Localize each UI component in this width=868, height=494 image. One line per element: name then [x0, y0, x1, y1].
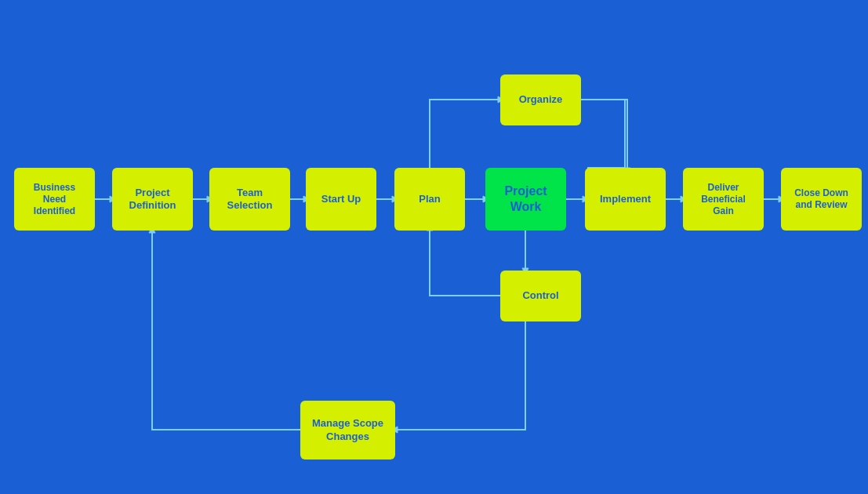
diagram: BusinessNeedIdentified ProjectDefinition…: [0, 0, 868, 494]
box-project-def: ProjectDefinition: [112, 168, 193, 231]
box-control: Control: [500, 271, 581, 321]
arrows-layer: [0, 0, 868, 494]
box-business-need: BusinessNeedIdentified: [14, 168, 95, 231]
box-deliver: DeliverBeneficialGain: [683, 168, 764, 231]
box-manage-scope: Manage ScopeChanges: [300, 401, 395, 459]
box-close-down: Close Downand Review: [781, 168, 862, 231]
box-project-work: ProjectWork: [485, 168, 566, 231]
box-start-up: Start Up: [306, 168, 376, 231]
box-organize: Organize: [500, 74, 581, 125]
box-plan: Plan: [394, 168, 465, 231]
box-implement: Implement: [585, 168, 666, 231]
box-team-sel: TeamSelection: [209, 168, 290, 231]
